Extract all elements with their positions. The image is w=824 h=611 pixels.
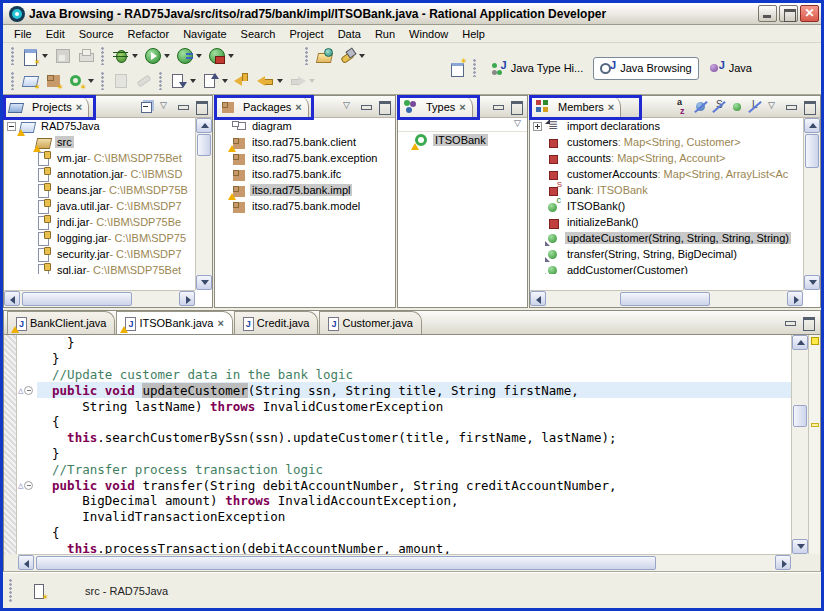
overview-occurrence-marker[interactable] — [811, 423, 819, 427]
members-item[interactable]: transfer(String, String, BigDecimal) — [530, 246, 803, 262]
projects-item[interactable]: java.util.jar - C:\IBM\SDP7 — [4, 198, 195, 214]
menu-project[interactable]: Project — [282, 26, 330, 42]
maximize-view-icon[interactable] — [194, 100, 209, 114]
perspective-java-browsing[interactable]: Java Browsing — [593, 57, 699, 80]
menu-run[interactable]: Run — [368, 26, 402, 42]
scroll-left-icon[interactable] — [18, 555, 34, 570]
packages-item[interactable]: itso.rad75.bank.impl — [215, 182, 395, 198]
tab-types[interactable]: Types — [398, 96, 473, 118]
new-button[interactable] — [19, 45, 51, 67]
code-line[interactable]: //Transfer process transaction logic — [37, 461, 791, 477]
code-line[interactable]: public void transfer(String debitAccount… — [37, 477, 791, 493]
code-line[interactable]: } — [37, 446, 791, 462]
editor-scrollbar-horizontal[interactable] — [18, 554, 791, 571]
packages-item[interactable]: itso.rad75.bank.exception — [215, 150, 395, 166]
collapse-all-icon[interactable] — [140, 100, 155, 114]
projects-item[interactable]: jndi.jar - C:\IBM\SDP75Be — [4, 214, 195, 230]
packages-item[interactable]: itso.rad75.bank.ifc — [215, 166, 395, 182]
view-menu-icon[interactable] — [341, 100, 356, 114]
close-icon[interactable] — [295, 102, 301, 112]
members-item[interactable]: bank : ITSOBank — [530, 182, 803, 198]
new-class-button[interactable] — [65, 70, 97, 92]
scroll-right-icon[interactable] — [775, 555, 791, 570]
last-edit-location-button[interactable] — [231, 70, 254, 92]
projects-item[interactable]: src — [4, 134, 195, 150]
show-public-members-icon[interactable] — [730, 100, 745, 114]
scroll-left-icon[interactable] — [530, 291, 546, 306]
dropdown-arrow-icon[interactable] — [196, 54, 202, 58]
packages-item[interactable]: diagram — [215, 118, 395, 134]
view-menu-icon[interactable] — [512, 118, 527, 132]
menu-navigate[interactable]: Navigate — [176, 26, 233, 42]
fold-collapse-icon[interactable] — [24, 386, 33, 395]
menu-data[interactable]: Data — [331, 26, 368, 42]
dropdown-arrow-icon[interactable] — [222, 79, 228, 83]
debug-button[interactable] — [109, 45, 141, 67]
close-icon[interactable] — [459, 102, 465, 112]
dropdown-arrow-icon[interactable] — [190, 79, 196, 83]
members-scrollbar-vertical[interactable] — [803, 118, 820, 290]
tab-packages[interactable]: Packages — [215, 96, 309, 118]
members-item[interactable]: import declarations — [530, 118, 803, 134]
fold-collapse-icon[interactable] — [24, 481, 33, 490]
scroll-down-icon[interactable] — [792, 539, 808, 554]
overview-ruler[interactable] — [808, 335, 820, 554]
editor-scrollbar-vertical[interactable] — [791, 335, 808, 554]
code-line[interactable]: //Update customer data in the bank logic — [37, 367, 791, 383]
next-annotation-button[interactable] — [167, 70, 199, 92]
scroll-down-icon[interactable] — [804, 275, 820, 290]
tab-members[interactable]: Members — [530, 96, 621, 118]
minimize-window-button[interactable] — [758, 5, 777, 22]
menu-refactor[interactable]: Refactor — [121, 26, 177, 42]
projects-item[interactable]: logging.jar - C:\IBM\SDP75 — [4, 230, 195, 246]
minimize-view-icon[interactable] — [176, 100, 191, 114]
code-line[interactable]: } — [37, 335, 791, 351]
new-package-button[interactable] — [42, 70, 65, 92]
code-line[interactable]: BigDecimal amount) throws InvalidAccount… — [37, 493, 791, 509]
tab-projects[interactable]: Projects — [4, 96, 89, 118]
dropdown-arrow-icon[interactable] — [277, 79, 283, 83]
code-line[interactable]: String lastName) throws InvalidCustomerE… — [37, 398, 791, 414]
overview-warning-marker[interactable] — [811, 337, 819, 345]
fast-view-icon[interactable] — [31, 582, 47, 599]
minimize-editor-icon[interactable] — [783, 316, 798, 330]
menu-help[interactable]: Help — [455, 26, 492, 42]
sort-members-icon[interactable] — [676, 100, 691, 114]
projects-item[interactable]: RAD75Java — [4, 118, 195, 134]
tree-expander-icon[interactable] — [7, 122, 16, 131]
maximize-view-icon[interactable] — [509, 100, 524, 114]
hide-static-members-icon[interactable] — [712, 100, 727, 114]
run-button[interactable] — [141, 45, 173, 67]
view-menu-icon[interactable] — [158, 100, 173, 114]
previous-annotation-button[interactable] — [199, 70, 231, 92]
open-type-button[interactable] — [313, 45, 336, 67]
perspective-java[interactable]: Java — [702, 57, 759, 80]
menu-file[interactable]: File — [7, 26, 39, 42]
menu-edit[interactable]: Edit — [39, 26, 72, 42]
code-line[interactable]: this.searchCustomerBySsn(ssn).updateCust… — [37, 430, 791, 446]
minimize-view-icon[interactable] — [359, 100, 374, 114]
menu-source[interactable]: Source — [72, 26, 121, 42]
dropdown-arrow-icon[interactable] — [164, 54, 170, 58]
annotation-margin[interactable] — [17, 386, 37, 395]
projects-item[interactable]: beans.jar - C:\IBM\SDP75B — [4, 182, 195, 198]
code-line[interactable]: InvalidTransactionException — [37, 509, 791, 525]
run-last-launched-button[interactable] — [173, 45, 205, 67]
dropdown-arrow-icon[interactable] — [42, 54, 48, 58]
members-item[interactable]: updateCustomer(String, String, String, S… — [530, 230, 803, 246]
dropdown-arrow-icon[interactable] — [228, 54, 234, 58]
packages-item[interactable]: itso.rad75.bank.model — [215, 198, 395, 214]
code-line[interactable]: } — [37, 351, 791, 367]
maximize-editor-icon[interactable] — [801, 316, 816, 330]
back-button[interactable] — [254, 70, 286, 92]
members-item[interactable]: customers : Map<String, Customer> — [530, 134, 803, 150]
dropdown-arrow-icon[interactable] — [132, 54, 138, 58]
projects-item[interactable]: vm.jar - C:\IBM\SDP75Bet — [4, 150, 195, 166]
members-item[interactable]: accounts : Map<String, Account> — [530, 150, 803, 166]
editor-tab-itsobank-java[interactable]: ITSOBank.java — [116, 311, 232, 334]
editor-tab-bankclient-java[interactable]: BankClient.java — [7, 311, 115, 334]
tree-expander-icon[interactable] — [533, 122, 542, 131]
menu-search[interactable]: Search — [234, 26, 283, 42]
packages-item[interactable]: itso.rad75.bank.client — [215, 134, 395, 150]
view-menu-icon[interactable] — [766, 100, 781, 114]
